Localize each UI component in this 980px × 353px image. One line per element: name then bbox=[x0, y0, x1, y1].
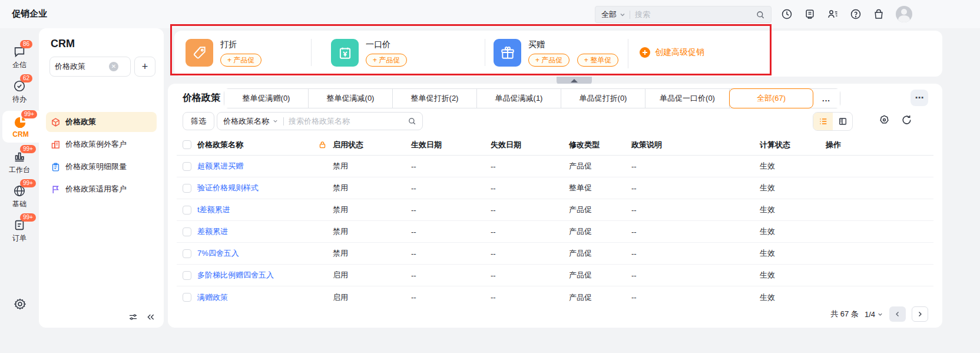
lock-icon bbox=[318, 140, 327, 149]
tab-order-discount[interactable]: 整单促打折(2) bbox=[393, 89, 477, 108]
search-field-select[interactable]: 价格政策名称 bbox=[223, 116, 269, 127]
policy-name-link[interactable]: 超额累进买赠 bbox=[197, 161, 333, 171]
panel-more-button[interactable]: ⋯ bbox=[911, 90, 928, 106]
policy-search[interactable]: 价格政策名称 bbox=[217, 112, 423, 130]
gift-icon bbox=[494, 39, 521, 67]
topbar: 促销企业 全部 bbox=[0, 0, 980, 28]
table-row: 差额累进 禁用 -- -- 产品促 -- 生效 bbox=[177, 221, 933, 243]
history-icon[interactable] bbox=[781, 8, 793, 20]
promo-bar: 打折 + 产品促 一口价 + 产品促 买赠 + 产品促 + 整单促 bbox=[174, 31, 942, 77]
crm-menu-search[interactable]: ✕ bbox=[49, 57, 131, 77]
crm-panel-title: CRM bbox=[51, 38, 75, 50]
menu-item-detail-limit[interactable]: 价格政策明细限量 bbox=[46, 157, 157, 177]
global-search-input[interactable] bbox=[635, 10, 756, 19]
badge: 99+ bbox=[20, 145, 36, 153]
user-avatar[interactable] bbox=[896, 6, 912, 22]
rail-item-workbench[interactable]: 99+ 工作台 bbox=[0, 146, 39, 178]
sliders-icon[interactable] bbox=[128, 312, 138, 322]
app-root: 促销企业 全部 86 企信 62 bbox=[0, 0, 980, 353]
chevron-down-icon bbox=[877, 311, 883, 318]
policy-name-link[interactable]: 验证价格规则样式 bbox=[197, 183, 333, 193]
policy-name-link[interactable]: 差额累进 bbox=[197, 226, 333, 237]
tab-item-full-reduce[interactable]: 单品促满减(1) bbox=[477, 89, 561, 108]
crm-menu-search-input[interactable] bbox=[55, 62, 109, 71]
rail-item-basic[interactable]: 99+ 基础 bbox=[0, 180, 39, 212]
search-divider bbox=[630, 11, 630, 19]
filter-button[interactable]: 筛选 bbox=[183, 112, 214, 130]
crm-panel: CRM ✕ + 价格政策 价格政策例外客户 价格政策明细限量 价格政策适用客户 bbox=[39, 28, 164, 328]
view-settings-icon[interactable] bbox=[879, 114, 890, 126]
add-menu-button[interactable]: + bbox=[134, 57, 155, 77]
rail-item-qixin[interactable]: 86 企信 bbox=[0, 41, 39, 73]
contacts-icon[interactable] bbox=[827, 8, 839, 20]
row-checkbox[interactable] bbox=[183, 184, 191, 193]
table-header: 价格政策名称 启用状态 生效日期 失效日期 修改类型 政策说明 计算状态 操作 bbox=[177, 134, 933, 156]
tab-order-full-gift[interactable]: 整单促满赠(0) bbox=[224, 89, 309, 108]
list-view-button[interactable] bbox=[813, 113, 833, 130]
add-product-promo-button[interactable]: + 产品促 bbox=[220, 54, 261, 67]
tab-order-full-reduce[interactable]: 整单促满减(0) bbox=[309, 89, 393, 108]
search-icon[interactable] bbox=[408, 117, 416, 126]
policy-name-link[interactable]: 多阶梯比例赠四舍五入 bbox=[197, 270, 333, 281]
cube-icon bbox=[51, 117, 61, 127]
collapse-panel-icon[interactable] bbox=[146, 312, 155, 322]
crm-panel-footer bbox=[128, 312, 155, 322]
promo-card-title: 一口价 bbox=[366, 39, 412, 50]
row-checkbox[interactable] bbox=[183, 293, 191, 302]
mall-bag-icon[interactable] bbox=[873, 8, 885, 20]
refresh-icon[interactable] bbox=[901, 114, 912, 126]
tab-item-fixed-price[interactable]: 单品促一口价(0) bbox=[645, 89, 730, 108]
policy-search-input[interactable] bbox=[289, 117, 408, 126]
create-advanced-promo-button[interactable]: 创建高级促销 bbox=[640, 47, 704, 58]
rail-item-todo[interactable]: 62 待办 bbox=[0, 75, 39, 107]
add-product-promo-button[interactable]: + 产品促 bbox=[528, 54, 570, 67]
next-page-button[interactable] bbox=[912, 306, 928, 322]
search-icon[interactable] bbox=[756, 10, 765, 19]
tab-all[interactable]: 全部(67) bbox=[729, 88, 813, 108]
add-order-promo-button[interactable]: + 整单促 bbox=[577, 54, 618, 67]
clear-icon[interactable]: ✕ bbox=[109, 62, 118, 71]
policy-name-link[interactable]: 满赠政策 bbox=[197, 292, 333, 303]
row-checkbox[interactable] bbox=[183, 227, 191, 236]
menu-item-exception-customers[interactable]: 价格政策例外客户 bbox=[46, 134, 157, 154]
workbench-icon[interactable] bbox=[804, 8, 816, 20]
search-scope-select[interactable]: 全部 bbox=[601, 9, 617, 20]
page-select[interactable]: 1/4 bbox=[865, 310, 883, 319]
chevron-right-icon bbox=[916, 311, 923, 318]
row-checkbox[interactable] bbox=[183, 271, 191, 280]
policy-name-link[interactable]: t差额累进 bbox=[197, 204, 333, 215]
kanban-view-button[interactable] bbox=[833, 113, 852, 130]
row-checkbox[interactable] bbox=[183, 162, 191, 171]
settings-gear-icon[interactable] bbox=[14, 298, 27, 311]
rail-item-crm[interactable]: 99+ CRM bbox=[2, 111, 39, 143]
help-icon[interactable] bbox=[850, 8, 862, 20]
chevron-down-icon bbox=[272, 118, 279, 124]
tab-item-discount[interactable]: 单品促打折(0) bbox=[561, 89, 645, 108]
badge: 86 bbox=[20, 40, 32, 48]
topbar-icons bbox=[781, 6, 912, 22]
triangle-up-icon bbox=[571, 79, 578, 83]
table-row: 超额累进买赠 禁用 -- -- 产品促 -- 生效 bbox=[177, 156, 933, 177]
promo-card-discount: 打折 + 产品促 bbox=[186, 39, 266, 67]
menu-item-price-policy[interactable]: 价格政策 bbox=[46, 112, 157, 132]
row-checkbox[interactable] bbox=[183, 249, 191, 258]
row-checkbox[interactable] bbox=[183, 206, 191, 215]
pagination: 共 67 条 1/4 bbox=[830, 306, 928, 322]
policy-name-link[interactable]: 7%四舍五入 bbox=[197, 248, 333, 259]
building-icon bbox=[51, 140, 61, 150]
rail-item-orders[interactable]: 99+ 订单 bbox=[0, 215, 39, 246]
table-row: 7%四舍五入 禁用 -- -- 产品促 -- 生效 bbox=[177, 243, 933, 265]
prev-page-button[interactable] bbox=[889, 306, 906, 322]
search-divider bbox=[283, 117, 284, 126]
tab-more[interactable]: ... bbox=[813, 89, 840, 108]
global-search[interactable]: 全部 bbox=[595, 6, 772, 23]
table-row: 多阶梯比例赠四舍五入 启用 -- -- 产品促 -- 生效 bbox=[177, 265, 933, 286]
select-all-checkbox[interactable] bbox=[183, 140, 191, 149]
app-title: 促销企业 bbox=[12, 8, 47, 19]
menu-item-applicable-customers[interactable]: 价格政策适用客户 bbox=[46, 179, 157, 199]
clipboard-icon bbox=[51, 162, 61, 172]
chevron-left-icon bbox=[894, 311, 901, 318]
add-product-promo-button[interactable]: + 产品促 bbox=[366, 54, 407, 67]
table-row: 验证价格规则样式 禁用 -- -- 整单促 -- 生效 bbox=[177, 177, 933, 199]
chevron-down-icon bbox=[619, 11, 626, 18]
